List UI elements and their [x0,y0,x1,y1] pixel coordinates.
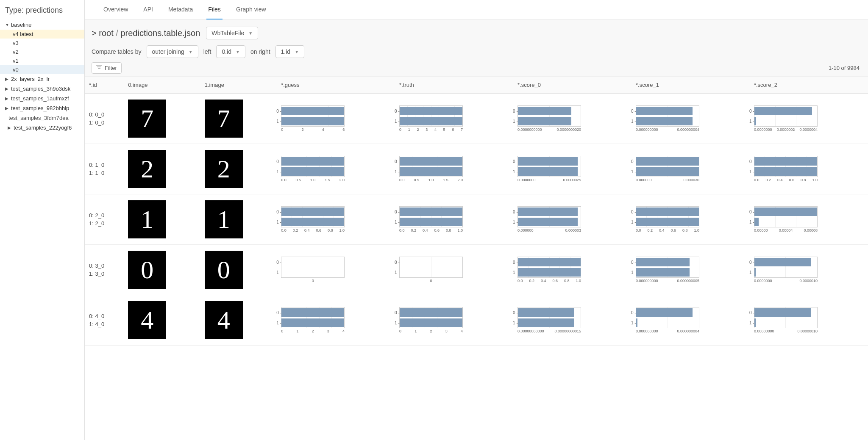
mini-chart: 0 -1 -0.00.20.40.60.81.0 [399,206,463,232]
cell-chart: 0 -1 -0.00.51.01.52.0 [277,144,395,194]
mini-chart: 0 -1 -0 [281,257,345,283]
cell-image[interactable]: 1 [124,194,200,245]
mini-chart: 0 -1 -0.00000000.0000010 [754,257,818,283]
table-row: 0: 0_01: 0_0770 -1 -02460 -1 -012345670 … [85,94,868,144]
digit-image: 1 [128,200,166,238]
cell-chart: 0 -1 -0.0000000000.000000004 [632,295,750,346]
tab-api[interactable]: API [142,0,155,19]
right-key-select[interactable]: 1.id ▼ [275,45,304,58]
cell-image[interactable]: 2 [124,144,200,194]
cell-chart: 0 -1 -01234 [395,295,513,346]
cell-image[interactable]: 0 [200,245,277,295]
tree-node[interactable]: ▶test_samples_982bhhip [0,103,84,113]
digit-image: 1 [205,200,243,238]
mini-chart: 0 -1 -0.000000000000.00000000015 [517,307,581,333]
tree-child[interactable]: v1 [0,56,84,65]
cell-image[interactable]: 7 [200,94,277,144]
caret-down-icon: ▼ [236,50,240,54]
filter-label: Filter [105,65,117,71]
cell-image[interactable]: 7 [124,94,200,144]
digit-image: 4 [128,301,166,339]
mini-chart: 0 -1 -0.00000000.00000020.0000004 [754,105,818,132]
tree-child[interactable]: v3 [0,39,84,47]
cell-chart: 0 -1 -0 [395,245,513,295]
cell-chart: 0 -1 -0.000000000000.00000000015 [513,295,632,346]
cell-image[interactable]: 2 [200,144,277,194]
cell-image[interactable]: 4 [200,295,277,346]
tab-overview[interactable]: Overview [102,0,130,19]
column-header[interactable]: *.id [85,77,124,94]
cell-chart: 0 -1 -0.000000000.00000010 [750,295,868,346]
tab-graph-view[interactable]: Graph view [234,0,268,19]
column-header[interactable]: 1.image [200,77,277,94]
cell-chart: 0 -1 -0.00.20.40.60.81.0 [513,245,632,295]
tree-node[interactable]: ▶test_samples_3h9o3dsk [0,84,84,94]
tree-node[interactable]: ▶test_samples_1aufmxzf [0,94,84,103]
column-header[interactable]: *.score_2 [750,77,868,94]
tree-node[interactable]: ▼baseline [0,20,84,30]
caret-down-icon: ▼ [295,50,299,54]
mini-chart: 0 -1 -0.00.20.40.60.81.0 [636,206,699,232]
table-row: 0: 2_01: 2_0110 -1 -0.00.20.40.60.81.00 … [85,194,868,245]
main-panel: OverviewAPIMetadataFilesGraph view > roo… [85,0,868,440]
cell-image[interactable]: 1 [200,194,277,245]
column-header[interactable]: *.score_0 [513,77,632,94]
cell-image[interactable]: 4 [124,295,200,346]
breadcrumb-root[interactable]: root [99,28,113,38]
digit-image: 7 [205,100,243,138]
cell-chart: 0 -1 -0.0000000.000030 [632,144,750,194]
tree-loose[interactable]: test_samples_3fdm7dea [0,113,84,123]
join-select-value: outer joining [152,48,184,55]
column-header[interactable]: 0.image [124,77,200,94]
sidebar-title: Type: predictions [0,4,84,20]
column-header[interactable]: *.guess [277,77,395,94]
cell-chart: 0 -1 -0.00.20.40.60.81.0 [277,194,395,245]
data-table: *.id0.image1.image*.guess*.truth*.score_… [85,77,868,346]
cell-image[interactable]: 0 [124,245,200,295]
join-select[interactable]: outer joining ▼ [147,45,198,58]
breadcrumb-separator: / [116,28,120,38]
mini-chart: 0 -1 -0.0000000.000030 [636,156,699,182]
cell-chart: 0 -1 -0.00.20.40.60.81.0 [632,194,750,245]
cell-id: 0: 3_01: 3_0 [85,245,124,295]
toolbar: > root / predictions.table.json WbTableF… [85,20,868,77]
cell-id: 0: 1_01: 1_0 [85,144,124,194]
tree-child[interactable]: v2 [0,47,84,56]
left-label: left [203,48,211,55]
cell-chart: 0 -1 -0.0000000000.000000004 [632,94,750,144]
table-row: 0: 3_01: 3_0000 -1 -00 -1 -00 -1 -0.00.2… [85,245,868,295]
tree-node[interactable]: ▶2x_layers_2x_lr [0,74,84,84]
column-header[interactable]: *.truth [395,77,513,94]
mini-chart: 0 -1 -0 [399,257,463,283]
tab-files[interactable]: Files [206,0,223,19]
table-row: 0: 1_01: 1_0220 -1 -0.00.51.01.52.00 -1 … [85,144,868,194]
left-key-value: 0.id [222,48,231,55]
breadcrumb: > root / predictions.table.json [92,28,200,38]
cell-chart: 0 -1 -0.00000000000.0000000020 [513,94,632,144]
cell-id: 0: 0_01: 0_0 [85,94,124,144]
tree-node[interactable]: ▶test_samples_222yogf6 [0,123,84,133]
cell-chart: 0 -1 -0.0000000000.000000005 [632,245,750,295]
mini-chart: 0 -1 -0.0000000000.000000005 [636,257,699,283]
tab-metadata[interactable]: Metadata [167,0,195,19]
mini-chart: 0 -1 -0.00.51.01.52.0 [399,156,463,182]
filter-icon [96,65,102,71]
tree-child[interactable]: v0 [0,65,84,74]
cell-chart: 0 -1 -0 [277,245,395,295]
mini-chart: 0 -1 -0.00000000000.0000000020 [517,105,581,132]
mini-chart: 0 -1 -0.00.20.40.60.81.0 [517,257,581,283]
cell-chart: 0 -1 -0246 [277,94,395,144]
filter-button[interactable]: Filter [92,62,122,74]
filetype-select[interactable]: WbTableFile ▼ [206,27,258,39]
left-key-select[interactable]: 0.id ▼ [216,45,245,58]
column-header[interactable]: *.score_1 [632,77,750,94]
mini-chart: 0 -1 -01234 [399,307,463,333]
right-label: on right [250,48,270,55]
mini-chart: 0 -1 -0.00.20.40.60.81.0 [281,206,345,232]
tabs: OverviewAPIMetadataFilesGraph view [85,0,868,20]
tree-child[interactable]: v4 latest [0,30,84,39]
cell-chart: 0 -1 -0.00.20.40.60.81.0 [395,194,513,245]
breadcrumb-prefix: > [92,28,97,38]
mini-chart: 0 -1 -0.00000000.0000025 [517,156,581,182]
pager: 1-10 of 9984 [829,65,861,71]
